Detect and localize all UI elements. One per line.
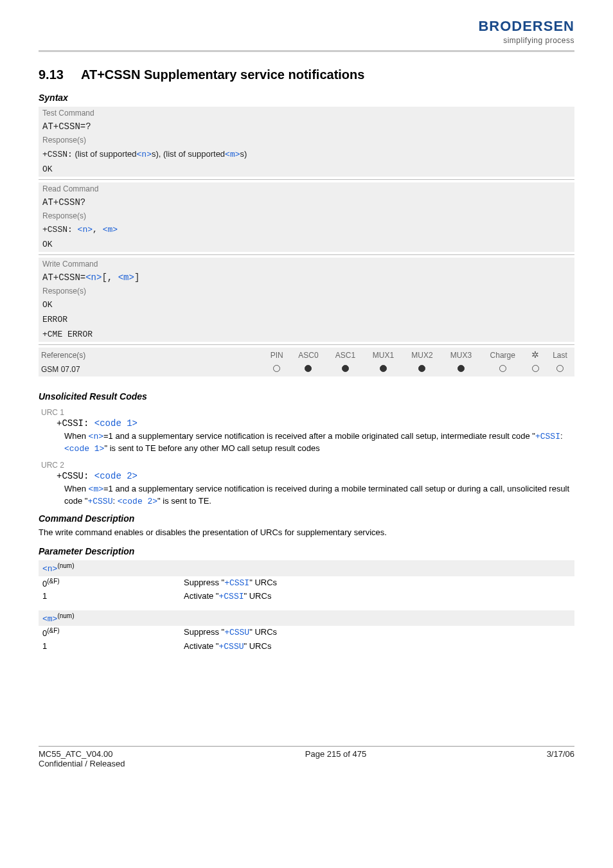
ref-charge [481,362,525,376]
write-command: AT+CSSN=<n>[, <m>] [39,270,574,285]
circle-icon [556,365,564,372]
footer-classification: Confidential / Released [39,759,125,768]
urc-heading: Unsolicited Result Codes [39,391,574,402]
circle-icon [342,365,349,372]
reference-data-row: GSM 07.07 [39,362,574,376]
write-response-ok: OK [39,297,574,312]
cmd-desc-text: The write command enables or disables th… [39,527,574,537]
param-n-desc-0-link[interactable]: +CSSI [224,578,249,588]
circle-icon [380,365,387,372]
code2-ref[interactable]: <code 2> [94,471,138,481]
urc2-desc: When <m>=1 and a supplementary service n… [64,483,572,507]
urc1-n-ref[interactable]: <n> [89,432,103,441]
circle-icon [273,365,280,372]
param-m-ref[interactable]: <m> [225,150,240,159]
header-rule [39,50,574,52]
param-n-val-0-sup: (&F) [47,578,59,585]
sep-3 [39,344,574,345]
urc2-desc-pre: When [64,484,89,493]
urc1-code1-ref2[interactable]: <code 1> [64,444,104,454]
read-m-ref[interactable]: <m> [103,225,118,235]
param-n-block: <n>(num) 0(&F) Suppress "+CSSI" URCs 1 A… [39,560,574,603]
test-response-line1: +CSSN: (list of supported<n>s), (list of… [39,146,574,162]
syntax-test-block: Test Command AT+CSSN=? Response(s) +CSSN… [39,107,574,177]
ref-col-pin: PIN [263,348,290,362]
ref-col-last: Last [546,348,574,362]
urc2-cssu[interactable]: +CSSU [87,497,112,506]
code1-ref[interactable]: <code 1> [94,418,138,429]
ref-col-charge: Charge [481,348,525,362]
urc2-desc-mid2: " is sent to TE. [157,496,211,506]
section-name: AT+CSSN Supplementary service notificati… [81,67,364,82]
test-response-text2: s), (list of supported [152,149,225,159]
param-m-desc-0-post: " URCs [249,627,277,637]
param-desc-heading: Parameter Description [39,546,574,556]
circle-icon [458,365,465,372]
write-command-label: Write Command [39,258,574,270]
param-m-block: <m>(num) 0(&F) Suppress "+CSSU" URCs 1 A… [39,610,574,653]
test-command-label: Test Command [39,107,574,120]
param-m-header: <m>(num) [39,610,574,626]
urc1-code: +CSSI: <code 1> [57,418,574,429]
write-command-prefix: AT+CSSN= [42,272,85,283]
urc1-desc-pre: When [64,431,89,441]
param-m-name[interactable]: <m> [42,614,57,624]
ref-col-asc1: ASC1 [327,348,364,362]
reference-table: Reference(s) PIN ASC0 ASC1 MUX1 MUX2 MUX… [39,348,574,376]
write-n-ref[interactable]: <n> [85,272,102,283]
ref-col-mux3: MUX3 [441,348,480,362]
brand-name: BRODERSEN [478,18,574,35]
cmd-desc-heading: Command Description [39,513,574,524]
syntax-write-block: Write Command AT+CSSN=<n>[, <m>] Respons… [39,258,574,342]
reference-label: Reference(s) [39,348,263,362]
ref-col-mux2: MUX2 [403,348,441,362]
param-m-val-0: 0(&F) [42,627,184,638]
param-m-desc-1-pre: Activate " [184,641,218,651]
param-m-desc-0-pre: Suppress " [184,627,224,637]
urc2-colon: : [112,496,117,506]
page-footer: MC55_ATC_V04.00 Confidential / Released … [39,746,574,768]
param-n-desc-0-pre: Suppress " [184,578,224,587]
sep-2 [39,254,574,255]
urc1-desc-mid1: =1 and a supplementary service notificat… [103,431,535,441]
param-n-name[interactable]: <n> [42,565,57,574]
param-n-header: <n>(num) [39,560,574,576]
param-m-row-0: 0(&F) Suppress "+CSSU" URCs [39,626,574,639]
urc2-code2-ref2[interactable]: <code 2> [118,497,157,506]
param-m-desc-0-link[interactable]: +CSSU [224,628,249,637]
param-n-desc-1-post: " URCs [244,591,272,601]
param-m-val-1-num: 1 [42,641,47,651]
ref-mux1 [364,362,402,376]
read-responses-label: Response(s) [39,209,574,222]
read-n-ref[interactable]: <n> [78,225,93,235]
ref-last [546,362,574,376]
urc1-cssi[interactable]: +CSSI [535,432,560,441]
circle-icon [499,365,506,372]
param-m-desc-1-link[interactable]: +CSSU [218,642,244,651]
param-m-row-1: 1 Activate "+CSSU" URCs [39,640,574,653]
param-m-sup: (num) [57,612,74,619]
read-command: AT+CSSN? [39,195,574,209]
param-n-sup: (num) [57,562,74,569]
urc2-m-ref[interactable]: <m> [89,484,103,494]
syntax-read-block: Read Command AT+CSSN? Response(s) +CSSN:… [39,182,574,252]
param-n-ref[interactable]: <n> [137,150,152,159]
write-responses-label: Response(s) [39,285,574,297]
param-m-desc-0: Suppress "+CSSU" URCs [184,627,277,638]
test-response-prefix: +CSSN: [42,150,73,159]
star-icon [531,350,540,359]
test-response-text3: s) [240,149,247,159]
syntax-heading: Syntax [39,93,574,103]
write-m-ref[interactable]: <m> [118,272,134,283]
param-n-desc-0: Suppress "+CSSI" URCs [184,578,277,589]
ref-col-asc0: ASC0 [290,348,327,362]
param-n-desc-1-link[interactable]: +CSSI [218,592,244,601]
param-n-val-1-num: 1 [42,591,47,601]
param-m-desc-1: Activate "+CSSU" URCs [184,641,271,651]
brand-logo: BRODERSEN simplifying process [478,18,574,45]
read-response-prefix: +CSSN: [42,225,78,235]
urc2-label: URC 2 [41,461,574,470]
param-n-desc-1: Activate "+CSSI" URCs [184,591,271,601]
test-responses-label: Response(s) [39,134,574,146]
brand-tagline: simplifying process [478,36,574,45]
